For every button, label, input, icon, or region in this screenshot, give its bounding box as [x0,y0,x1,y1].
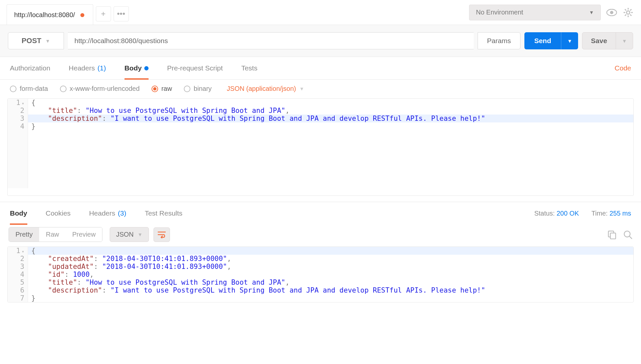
code-text: "createdAt" [48,255,94,263]
radio-label: x-www-form-urlencoded [70,85,140,92]
request-body-editor[interactable]: 1▾{ 2 "title": "How to use PostgreSQL wi… [7,98,634,196]
resp-tab-headers[interactable]: Headers (3) [89,202,126,224]
status-value: 200 OK [557,210,579,217]
tab-options-button[interactable]: ••• [114,6,129,21]
environment-preview-button[interactable] [606,7,617,18]
tab-label: Test Results [145,209,182,217]
code-link[interactable]: Code [615,57,631,79]
code-text: "I want to use PostgreSQL with Spring Bo… [110,286,485,294]
code-text: "title" [48,278,77,286]
svg-line-9 [630,9,631,11]
modified-dot-icon [144,66,149,70]
resp-tab-cookies[interactable]: Cookies [46,202,71,224]
pretty-view-button[interactable]: Pretty [9,227,39,242]
view-mode-segment: Pretty Raw Preview [9,227,102,242]
svg-line-8 [630,14,631,16]
request-tab[interactable]: http://localhost:8080/ [7,4,93,25]
code-text: "2018-04-30T10:41:01.893+0000" [102,263,227,271]
code-text: "updatedAt" [48,263,94,271]
code-text: "title" [48,107,77,115]
http-method-select[interactable]: POST ▼ [8,32,64,49]
code-text: { [31,247,36,255]
tab-label: Tests [241,64,257,72]
code-text: "I want to use PostgreSQL with Spring Bo… [110,115,485,122]
time-value: 255 ms [609,210,631,217]
copy-response-button[interactable] [607,230,617,239]
search-icon [623,230,632,239]
wrap-icon [157,231,166,238]
tab-prerequest[interactable]: Pre-request Script [167,57,223,79]
radio-form-data[interactable]: form-data [10,85,48,92]
svg-line-10 [625,14,626,16]
headers-count: (3) [118,209,126,217]
gear-icon [623,8,633,17]
format-label: JSON [116,231,133,238]
code-text: "id" [48,271,65,278]
response-body-viewer[interactable]: 1▾{ 2 "createdAt": "2018-04-30T10:41:01.… [7,247,634,302]
content-type-label: JSON (application/json) [227,85,296,92]
code-text: "description" [48,115,102,122]
code-text: "2018-04-30T10:41:01.893+0000" [102,255,227,263]
radio-binary[interactable]: binary [184,85,211,92]
send-dropdown[interactable]: ▼ [561,32,578,49]
code-text: { [31,99,36,107]
send-label: Send [524,37,561,45]
tab-label: Pre-request Script [167,64,223,72]
code-label: Code [615,64,631,72]
status-label: Status: [534,210,555,217]
radio-label: raw [161,85,172,92]
save-label: Save [582,37,616,45]
radio-icon [152,86,158,92]
raw-view-button[interactable]: Raw [39,227,66,242]
time-display: Time: 255 ms [592,210,631,217]
new-tab-button[interactable]: + [96,6,111,21]
dots-icon: ••• [117,9,125,18]
params-button[interactable]: Params [478,32,520,49]
resp-tab-tests[interactable]: Test Results [145,202,182,224]
tab-label: Headers [69,64,95,72]
chevron-down-icon: ▼ [299,86,304,91]
tab-tests[interactable]: Tests [241,57,257,79]
tab-headers[interactable]: Headers (1) [69,57,106,79]
environment-settings-button[interactable] [623,7,634,18]
time-label: Time: [592,210,608,217]
tab-label: Body [10,209,27,217]
tab-authorization[interactable]: Authorization [10,57,50,79]
copy-icon [607,230,617,239]
environment-selected: No Environment [476,9,523,16]
request-url-value: http://localhost:8080/questions [74,37,168,45]
svg-line-16 [629,236,632,239]
send-button[interactable]: Send ▼ [524,32,578,49]
chevron-down-icon: ▼ [45,38,50,44]
headers-count: (1) [98,64,106,72]
svg-line-7 [625,9,626,11]
eye-icon [606,9,617,16]
code-text: "How to use PostgreSQL with Spring Boot … [85,107,285,115]
radio-urlencoded[interactable]: x-www-form-urlencoded [60,85,140,92]
chevron-down-icon: ▼ [138,232,143,237]
content-type-select[interactable]: JSON (application/json) ▼ [227,85,304,92]
environment-select[interactable]: No Environment ▼ [469,5,601,20]
http-method-value: POST [22,37,42,45]
svg-point-2 [627,11,630,14]
search-response-button[interactable] [623,230,632,239]
radio-label: form-data [20,85,48,92]
params-label: Params [487,37,511,45]
code-text: "How to use PostgreSQL with Spring Boot … [85,278,285,286]
save-dropdown[interactable]: ▼ [616,33,633,49]
radio-icon [60,86,67,92]
plus-icon: + [101,9,106,18]
radio-icon [10,86,16,92]
request-url-input[interactable]: http://localhost:8080/questions [68,32,474,49]
resp-tab-body[interactable]: Body [10,202,27,224]
radio-raw[interactable]: raw [152,85,172,92]
wrap-lines-button[interactable] [153,227,170,242]
request-tab-title: http://localhost:8080/ [14,11,75,19]
tab-label: Body [125,64,142,72]
save-button[interactable]: Save ▼ [582,32,633,49]
tab-body[interactable]: Body [125,57,149,79]
preview-view-button[interactable]: Preview [66,227,102,242]
svg-rect-14 [610,233,616,239]
response-format-select[interactable]: JSON ▼ [110,227,149,242]
tab-label: Authorization [10,64,50,72]
